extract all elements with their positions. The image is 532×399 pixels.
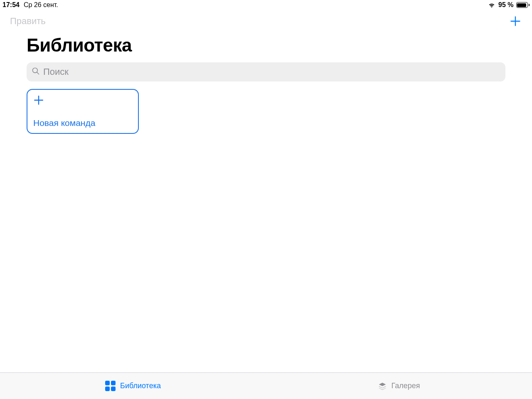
- plus-icon: [510, 15, 521, 27]
- page-title: Библиотека: [27, 35, 505, 56]
- status-date: Ср 26 сент.: [24, 1, 58, 9]
- tab-library[interactable]: Библиотека: [0, 373, 266, 399]
- status-right: 95 %: [488, 1, 530, 9]
- search-field[interactable]: [27, 62, 505, 81]
- new-shortcut-label: Новая команда: [33, 118, 132, 128]
- new-shortcut-card[interactable]: Новая команда: [27, 89, 139, 134]
- gallery-icon: [378, 382, 387, 391]
- wifi-icon: [488, 2, 496, 8]
- status-bar: 17:54 Ср 26 сент. 95 %: [0, 0, 532, 10]
- status-time: 17:54: [2, 1, 20, 9]
- tab-gallery[interactable]: Галерея: [266, 373, 532, 399]
- status-left: 17:54 Ср 26 сент.: [2, 1, 58, 9]
- battery-percentage: 95 %: [498, 1, 513, 9]
- tab-library-label: Библиотека: [120, 382, 161, 390]
- search-input[interactable]: [43, 66, 500, 77]
- edit-button[interactable]: Править: [10, 16, 46, 27]
- battery-icon: [516, 2, 530, 8]
- plus-icon: [33, 95, 132, 107]
- search-icon: [32, 67, 40, 77]
- library-icon: [105, 381, 116, 392]
- tab-bar: Библиотека Галерея: [0, 372, 532, 399]
- svg-line-3: [37, 72, 39, 74]
- add-button[interactable]: [509, 15, 522, 28]
- main-content: Библиотека Новая команда: [0, 35, 532, 134]
- tab-gallery-label: Галерея: [391, 382, 420, 390]
- nav-bar: Править: [0, 10, 532, 32]
